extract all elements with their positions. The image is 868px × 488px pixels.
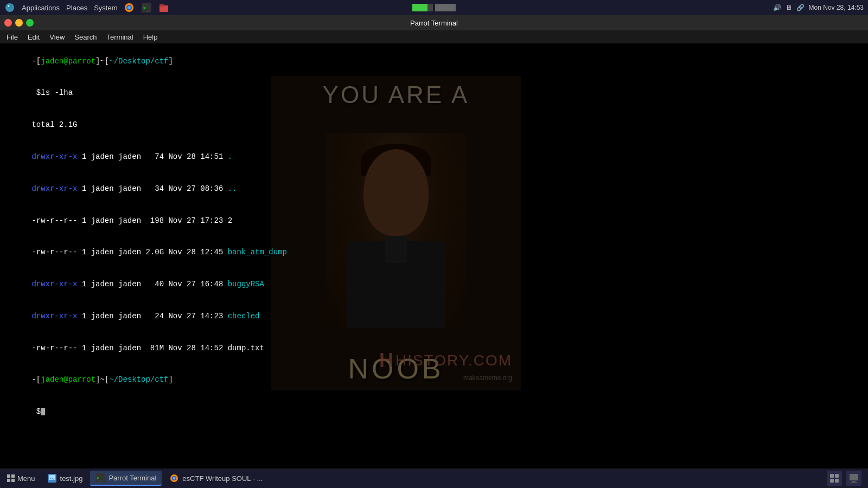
terminal-area[interactable]: YOU ARE A NOOB H HISTORY.COM makeameme.o… <box>0 43 868 468</box>
svg-text:img: img <box>50 477 54 480</box>
svg-rect-10 <box>7 474 10 478</box>
places-menu[interactable]: Places <box>66 4 87 12</box>
firefox-icon[interactable] <box>124 2 135 13</box>
prompt-line-1: -[jaden@parrot]~[~/Desktop/ctf] <box>4 46 864 78</box>
battery-indicator-1 <box>412 4 433 11</box>
window-controls <box>4 19 34 27</box>
screen-icon[interactable]: 🖥 <box>786 4 792 11</box>
svg-text:>_: >_ <box>97 475 103 480</box>
taskbar-app-esctf-label: esCTF Writeup SOUL - ... <box>182 474 263 483</box>
svg-rect-24 <box>830 479 834 483</box>
svg-text:>_: >_ <box>143 5 150 11</box>
image-file-icon: img <box>47 473 57 483</box>
maximize-button[interactable] <box>26 19 34 27</box>
terminal-cursor <box>41 408 45 415</box>
ls-line-3: -rw-r--r-- 1 jaden jaden 198 Nov 27 17:2… <box>4 205 864 237</box>
system-menu[interactable]: System <box>94 4 117 12</box>
ls-line-4: -rw-r--r-- 1 jaden jaden 2.0G Nov 28 12:… <box>4 237 864 269</box>
system-top-bar: Applications Places System >_ <box>0 0 868 15</box>
window-switcher-button[interactable] <box>827 471 842 486</box>
menu-search[interactable]: Search <box>70 32 101 42</box>
prompt-line-2: -[jaden@parrot]~[~/Desktop/ctf] <box>4 364 864 396</box>
svg-point-21 <box>173 477 176 480</box>
datetime-display: Mon Nov 28, 14:53 <box>809 4 864 11</box>
taskbar-menu-button[interactable]: Menu <box>2 472 40 485</box>
top-bar-right: 🔊 🖥 🔗 Mon Nov 28, 14:53 <box>773 4 864 11</box>
ls-line-2: drwxr-xr-x 1 jaden jaden 34 Nov 27 08:36… <box>4 173 864 205</box>
svg-rect-22 <box>830 474 834 478</box>
grid-icon <box>7 474 15 483</box>
ls-line-5: drwxr-xr-x 1 jaden jaden 40 Nov 27 16:48… <box>4 268 864 300</box>
menu-help[interactable]: Help <box>139 32 162 42</box>
svg-rect-28 <box>851 482 857 483</box>
terminal-taskbar-icon: >_ <box>95 473 105 483</box>
ls-line-7: -rw-r--r-- 1 jaden jaden 81M Nov 28 14:5… <box>4 332 864 364</box>
ls-line-1: drwxr-xr-x 1 jaden jaden 74 Nov 28 14:51… <box>4 141 864 173</box>
terminal-icon-top[interactable]: >_ <box>141 2 152 13</box>
cmd-line-1: $ls -lha <box>4 78 864 110</box>
menu-view[interactable]: View <box>45 32 69 42</box>
total-line: total 2.1G <box>4 110 864 142</box>
cmd-line-2: $ <box>4 396 864 428</box>
top-bar-left: Applications Places System >_ <box>4 2 169 13</box>
taskbar-app-test-jpg-label: test.jpg <box>60 474 83 483</box>
svg-rect-26 <box>850 474 858 480</box>
window-title: Parrot Terminal <box>410 19 458 27</box>
top-bar-center <box>412 4 456 11</box>
menu-bar: File Edit View Search Terminal Help <box>0 30 868 43</box>
minimize-button[interactable] <box>15 19 23 27</box>
menu-terminal[interactable]: Terminal <box>103 32 138 42</box>
svg-rect-13 <box>11 479 15 482</box>
svg-point-2 <box>8 5 10 7</box>
menu-edit[interactable]: Edit <box>23 32 44 42</box>
network-icon[interactable]: 🔗 <box>796 4 805 11</box>
taskbar-right <box>827 471 866 486</box>
volume-icon[interactable]: 🔊 <box>773 4 781 11</box>
taskbar: Menu img test.jpg >_ Parrot Terminal <box>0 468 868 488</box>
desktop-button[interactable] <box>846 471 861 486</box>
ls-line-6: drwxr-xr-x 1 jaden jaden 24 Nov 27 14:23… <box>4 300 864 332</box>
parrot-logo-icon <box>4 2 15 13</box>
taskbar-app-test-jpg[interactable]: img test.jpg <box>42 471 88 485</box>
menu-file[interactable]: File <box>2 32 22 42</box>
svg-rect-9 <box>159 4 164 7</box>
browser-icon <box>169 473 179 483</box>
svg-rect-23 <box>835 474 839 478</box>
svg-point-5 <box>127 6 131 9</box>
terminal-output: -[jaden@parrot]~[~/Desktop/ctf] $ls -lha… <box>4 46 864 428</box>
svg-rect-25 <box>835 479 839 483</box>
svg-rect-12 <box>7 479 10 482</box>
applications-menu[interactable]: Applications <box>22 4 60 12</box>
svg-rect-11 <box>11 474 15 478</box>
title-bar: Parrot Terminal <box>0 15 868 30</box>
battery-indicator-2 <box>435 4 456 11</box>
close-button[interactable] <box>4 19 12 27</box>
taskbar-app-parrot-terminal-label: Parrot Terminal <box>108 474 156 482</box>
taskbar-app-esctf[interactable]: esCTF Writeup SOUL - ... <box>164 471 268 485</box>
taskbar-app-parrot-terminal[interactable]: >_ Parrot Terminal <box>90 471 162 486</box>
file-manager-icon[interactable] <box>158 2 169 13</box>
